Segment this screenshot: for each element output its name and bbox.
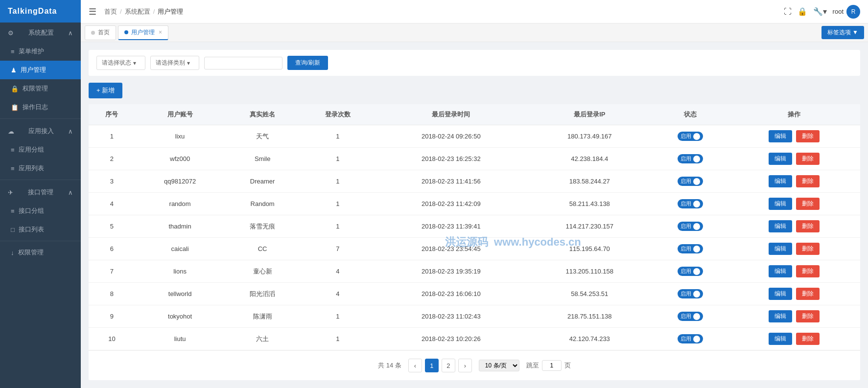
- toggle-status-button[interactable]: 启用: [678, 289, 703, 298]
- cell-id: 3: [89, 170, 135, 193]
- toggle-status-button[interactable]: 启用: [678, 334, 703, 343]
- toggle-circle: [693, 268, 700, 275]
- sidebar-item-user-management[interactable]: ♟ 用户管理: [0, 61, 81, 79]
- search-input[interactable]: [204, 57, 282, 69]
- user-menu[interactable]: root R: [833, 5, 860, 19]
- total-count: 共 14 条: [378, 361, 401, 370]
- toggle-label: 启用: [680, 155, 691, 162]
- toggle-status-button[interactable]: 启用: [678, 177, 703, 186]
- delete-button[interactable]: 删除: [796, 175, 820, 187]
- sidebar-item-app-group[interactable]: ≡ 应用分组: [0, 140, 81, 159]
- delete-button[interactable]: 删除: [796, 220, 820, 232]
- sidebar-item-permission-management[interactable]: 🔒 权限管理: [0, 79, 81, 98]
- page-2-button[interactable]: 2: [442, 359, 455, 372]
- lock-icon[interactable]: 🔒: [798, 7, 807, 16]
- cell-account: random: [135, 193, 225, 215]
- query-button[interactable]: 查询/刷新: [287, 56, 328, 70]
- user-icon: ♟: [11, 67, 17, 74]
- toggle-status-button[interactable]: 启用: [678, 244, 703, 253]
- cell-realname: 天气: [225, 125, 300, 148]
- cell-last-login-ip: 113.205.110.158: [527, 260, 653, 283]
- tab-close-user[interactable]: ×: [159, 29, 162, 36]
- delete-button[interactable]: 删除: [796, 310, 820, 322]
- fullscreen-icon[interactable]: ⛶: [784, 7, 792, 16]
- edit-button[interactable]: 编辑: [769, 175, 792, 187]
- toggle-status-button[interactable]: 启用: [678, 267, 703, 276]
- breadcrumb-home[interactable]: 首页: [104, 7, 117, 16]
- app-list-icon: ≡: [11, 165, 15, 172]
- jump-to-input[interactable]: [542, 360, 562, 371]
- delete-button[interactable]: 删除: [796, 130, 820, 142]
- delete-button[interactable]: 删除: [796, 265, 820, 277]
- toggle-status-button[interactable]: 启用: [678, 312, 703, 321]
- toggle-status-button[interactable]: 启用: [678, 154, 703, 163]
- prev-page-button[interactable]: ‹: [408, 359, 422, 372]
- edit-button[interactable]: 编辑: [769, 333, 792, 345]
- toggle-circle: [693, 178, 700, 185]
- sidebar-group-label: 系统配置: [28, 28, 54, 37]
- cell-login-count: 7: [300, 238, 375, 260]
- delete-button[interactable]: 删除: [796, 288, 820, 300]
- sidebar-group-app-access[interactable]: ☁ 应用接入 ∧: [0, 121, 81, 140]
- delete-button[interactable]: 删除: [796, 198, 820, 210]
- tab-home[interactable]: 首页: [85, 25, 116, 40]
- settings-icon[interactable]: 🔧▾: [813, 7, 827, 16]
- edit-button[interactable]: 编辑: [769, 220, 792, 232]
- col-login-count: 登录次数: [300, 104, 375, 125]
- edit-button[interactable]: 编辑: [769, 288, 792, 300]
- page-1-button[interactable]: 1: [425, 359, 439, 372]
- cell-login-count: 1: [300, 215, 375, 238]
- delete-button[interactable]: 删除: [796, 243, 820, 255]
- cell-last-login-time: 2018-02-24 09:26:50: [375, 125, 527, 148]
- edit-button[interactable]: 编辑: [769, 198, 792, 210]
- edit-button[interactable]: 编辑: [769, 153, 792, 165]
- edit-button[interactable]: 编辑: [769, 265, 792, 277]
- label-options-button[interactable]: 标签选项 ▼: [821, 26, 864, 39]
- sidebar-item-api-list[interactable]: □ 接口列表: [0, 220, 81, 239]
- sidebar-item-operation-log[interactable]: 📋 操作日志: [0, 98, 81, 116]
- cell-last-login-ip: 58.211.43.138: [527, 193, 653, 215]
- table-row: 7 lions 童心新 4 2018-02-23 19:35:19 113.20…: [89, 260, 860, 283]
- sidebar-group-api-management[interactable]: ✈ 接口管理 ∧: [0, 182, 81, 202]
- breadcrumb-system-config[interactable]: 系统配置: [125, 7, 150, 16]
- toggle-status-button[interactable]: 启用: [678, 222, 703, 231]
- cell-realname: 六土: [225, 328, 300, 350]
- sidebar-item-perm-manage[interactable]: ↓ 权限管理: [0, 243, 81, 262]
- type-select[interactable]: 请选择类别 ▾: [150, 56, 199, 70]
- sidebar-item-api-group[interactable]: ≡ 接口分组: [0, 202, 81, 220]
- delete-button[interactable]: 删除: [796, 153, 820, 165]
- delete-button[interactable]: 删除: [796, 333, 820, 345]
- tab-label-user: 用户管理: [131, 28, 155, 37]
- edit-button[interactable]: 编辑: [769, 310, 792, 322]
- status-select[interactable]: 请选择状态 ▾: [96, 56, 145, 70]
- tabbar: 首页 用户管理 × 标签选项 ▼: [81, 23, 868, 42]
- cell-login-count: 1: [300, 328, 375, 350]
- breadcrumb-current: 用户管理: [158, 7, 183, 16]
- toggle-status-button[interactable]: 启用: [678, 132, 703, 141]
- cell-action: 编辑 删除: [727, 305, 860, 328]
- breadcrumb-sep2: /: [153, 8, 155, 15]
- sidebar-item-menu-maintenance[interactable]: ≡ 菜单维护: [0, 42, 81, 61]
- next-page-button[interactable]: ›: [458, 359, 472, 372]
- toggle-status-button[interactable]: 启用: [678, 199, 703, 208]
- edit-button[interactable]: 编辑: [769, 130, 792, 142]
- toggle-circle: [693, 313, 700, 320]
- chevron-up-icon: ∧: [68, 128, 73, 135]
- sidebar-group-system-config[interactable]: ⚙ 系统配置 ∧: [0, 23, 81, 42]
- toggle-label: 启用: [680, 223, 691, 230]
- cell-last-login-ip: 42.238.184.4: [527, 148, 653, 170]
- hamburger-icon[interactable]: ☰: [89, 6, 96, 17]
- user-table: 洪运源码 www.hycodes.cn 序号 用户账号 真实姓名 登录次数 最后…: [89, 104, 860, 380]
- sidebar-item-app-list[interactable]: ≡ 应用列表: [0, 159, 81, 178]
- edit-button[interactable]: 编辑: [769, 243, 792, 255]
- col-realname: 真实姓名: [225, 104, 300, 125]
- cell-login-count: 1: [300, 193, 375, 215]
- table-row: 2 wfz000 Smile 1 2018-02-23 16:25:32 42.…: [89, 148, 860, 170]
- per-page-select[interactable]: 10 条/页 20 条/页 50 条/页: [479, 360, 519, 371]
- tab-user-management[interactable]: 用户管理 ×: [118, 25, 168, 40]
- cell-status: 启用: [653, 305, 728, 328]
- add-button[interactable]: + 新增: [89, 83, 122, 98]
- sidebar-item-label: 权限管理: [23, 84, 48, 93]
- cell-last-login-time: 2018-02-23 16:25:32: [375, 148, 527, 170]
- cell-realname: 童心新: [225, 260, 300, 283]
